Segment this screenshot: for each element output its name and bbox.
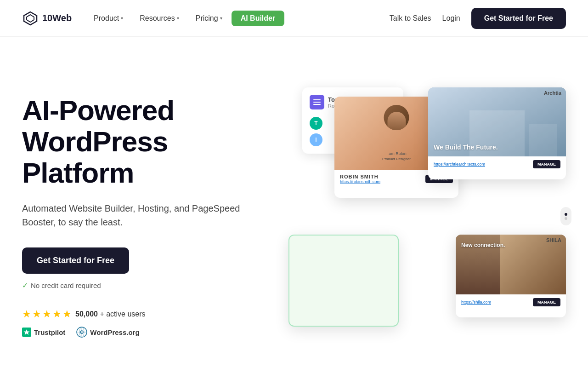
brand-name: 10Web: [42, 13, 72, 23]
card-builder: [288, 235, 399, 327]
robin-name: ROBIN SMITH: [340, 174, 380, 179]
card-shila-footer: https://shila.com MANAGE: [456, 294, 566, 310]
nav-links: Product ▾ Resources ▾ Pricing ▾ AI Build…: [86, 11, 390, 26]
nav-product-label: Product: [94, 14, 119, 23]
no-credit-row: ✓ No credit card required: [22, 281, 270, 290]
wordpress-label: WordPress.org: [90, 328, 139, 336]
chevron-down-icon: ▾: [121, 16, 123, 21]
badges-row: Trustpilot WordPress.org: [22, 327, 270, 338]
star-2: ★: [32, 308, 41, 320]
hero-title-line2: WordPress Platform: [22, 126, 168, 189]
hero-title-line1: AI-Powered: [22, 94, 174, 126]
star-rating: ★ ★ ★ ★ ★: [22, 308, 72, 320]
archtia-text-overlay: We Build The Future.: [434, 144, 498, 151]
chevron-down-icon: ▾: [220, 16, 222, 21]
card-shila: SHILA New connection. https://shila.com …: [456, 235, 566, 317]
shila-label: SHILA: [546, 237, 561, 243]
card-archtia-footer: https://archtiearchitects.com MANAGE: [428, 156, 566, 172]
hero-left: AI-Powered WordPress Platform Automated …: [22, 95, 288, 338]
nav-login[interactable]: Login: [442, 14, 460, 23]
nav-product[interactable]: Product ▾: [86, 11, 130, 26]
social-proof: ★ ★ ★ ★ ★ 50,000 + active users: [22, 308, 270, 338]
logo-icon: [22, 10, 39, 27]
archtia-manage-button[interactable]: MANAGE: [533, 160, 560, 168]
svg-marker-1: [27, 15, 34, 22]
star-3: ★: [42, 308, 51, 320]
shila-manage-button[interactable]: MANAGE: [533, 298, 560, 306]
stars-row: ★ ★ ★ ★ ★ 50,000 + active users: [22, 308, 270, 320]
nav-talk-sales[interactable]: Talk to Sales: [390, 14, 431, 23]
nav-get-started-button[interactable]: Get Started for Free: [471, 8, 566, 29]
svg-marker-0: [24, 12, 37, 25]
robin-url[interactable]: https://robinsmith.com: [340, 179, 380, 184]
star-4: ★: [52, 308, 62, 320]
nav-resources-label: Resources: [140, 14, 175, 23]
brand-logo[interactable]: 10Web: [22, 10, 72, 27]
hero-title: AI-Powered WordPress Platform: [22, 95, 270, 189]
nav-pricing[interactable]: Pricing ▾: [188, 11, 230, 26]
card-archtia: Archtia We Build The Future. https://arc…: [428, 87, 566, 179]
check-icon: ✓: [22, 281, 28, 290]
avatar-i: I: [310, 133, 322, 146]
wordpress-logo-icon: [76, 327, 87, 338]
nav-ai-builder[interactable]: AI Builder: [232, 11, 285, 26]
wordpress-badge[interactable]: WordPress.org: [76, 327, 139, 338]
hero-right: Tom's Workspace Role: Owner ▾ T I I am R…: [288, 78, 566, 354]
avatar-t: T: [310, 117, 322, 130]
nav-right: Talk to Sales Login Get Started for Free: [390, 8, 566, 29]
archtia-url[interactable]: https://archtiearchitects.com: [434, 162, 485, 167]
trustpilot-logo-icon: [22, 328, 31, 337]
scroll-dot-1: [565, 213, 567, 216]
user-count-suffix: + active users: [98, 310, 146, 318]
nav-resources[interactable]: Resources ▾: [132, 11, 186, 26]
user-count-number: 50,000: [75, 310, 98, 318]
main-content: AI-Powered WordPress Platform Automated …: [0, 37, 588, 368]
navbar: 10Web Product ▾ Resources ▾ Pricing ▾ AI…: [0, 0, 588, 37]
card-archtia-image: We Build The Future.: [428, 87, 566, 156]
user-count: 50,000 + active users: [75, 310, 146, 318]
shila-text-overlay: New connection.: [461, 242, 505, 248]
workspace-icon: [310, 95, 324, 109]
no-credit-text: No credit card required: [31, 282, 101, 289]
star-1: ★: [22, 308, 31, 320]
shila-url[interactable]: https://shila.com: [461, 300, 491, 305]
trustpilot-badge[interactable]: Trustpilot: [22, 328, 65, 337]
scroll-indicator: [560, 207, 571, 225]
chevron-down-icon: ▾: [177, 16, 179, 21]
hero-cta-button[interactable]: Get Started for Free: [22, 247, 129, 274]
svg-marker-2: [24, 329, 30, 335]
star-5: ★: [62, 308, 72, 320]
shila-tagline: New connection.: [461, 242, 505, 248]
nav-ai-builder-label: AI Builder: [241, 14, 276, 23]
trustpilot-label: Trustpilot: [34, 328, 65, 336]
archtia-tagline: We Build The Future.: [434, 144, 498, 151]
card-shila-image: New connection.: [456, 235, 566, 294]
hero-subtitle: Automated Website Builder, Hosting, and …: [22, 201, 270, 229]
anchtia-label: Archtia: [544, 90, 561, 96]
scroll-dot-2: [565, 217, 567, 220]
nav-pricing-label: Pricing: [196, 14, 218, 23]
robin-avatar: [384, 105, 409, 130]
